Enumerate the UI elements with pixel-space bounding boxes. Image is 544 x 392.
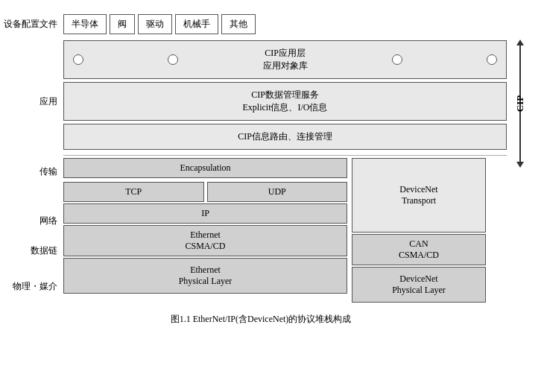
ethernet-physical-line1: Ethernet: [67, 265, 344, 276]
caption: 图1.1 EtherNet/IP(含DeviceNet)的协议堆栈构成: [15, 313, 507, 326]
network-label: 网络: [15, 207, 63, 234]
devicenet-transport-box: DeviceNet Transport: [352, 158, 486, 233]
tcp-udp-row: TCP UDP: [63, 182, 347, 202]
lower-section: 传输 网络 数据链 物理・媒介 Encapsulation TCP UDP IP…: [15, 158, 507, 306]
cip-data-row-wrapper: 应用 CIP数据管理服务 Explicit信息、I/O信息: [15, 82, 507, 121]
can-csma-line1: CAN: [355, 238, 482, 250]
lower-labels: 传输 网络 数据链 物理・媒介: [15, 158, 63, 306]
ip-box: IP: [63, 203, 347, 224]
cip-circles-row: CIP应用层 应用对象库: [67, 45, 503, 74]
devicenet-physical-line1: DeviceNet: [355, 274, 482, 285]
device-box-drive: 驱动: [138, 14, 172, 34]
cip-arrow-col: [486, 158, 507, 306]
separator-line: [63, 155, 507, 156]
devicenet-transport-content: DeviceNet Transport: [399, 184, 437, 206]
cip-routing-box: CIP信息路由、连接管理: [63, 124, 507, 150]
cip-app-line1: CIP应用层: [263, 47, 308, 60]
cip-data-box: CIP数据管理服务 Explicit信息、I/O信息: [63, 82, 507, 121]
tcp-box: TCP: [63, 182, 204, 202]
devices-label: 设备配置文件: [15, 11, 63, 37]
cip-container: CIP: [511, 39, 529, 168]
ethernet-physical-box: Ethernet Physical Layer: [63, 258, 347, 294]
cip-app-empty-label: [15, 40, 63, 79]
device-box-robot: 机械手: [175, 14, 218, 34]
transfer-label: 传输: [15, 158, 63, 185]
separator-spacer: [15, 153, 63, 158]
cip-routing-empty-label: [15, 124, 63, 150]
cip-data-line2: Explicit信息、I/O信息: [67, 101, 503, 114]
device-row-wrapper: 设备配置文件 半导体 阀 驱动 机械手 其他: [15, 11, 507, 37]
right-content-col: DeviceNet Transport CAN CSMA/CD DeviceNe…: [352, 158, 486, 306]
ethernet-csma-box: Ethernet CSMA/CD: [63, 225, 347, 256]
devicenet-transport-line1: DeviceNet: [399, 184, 437, 195]
ethernet-csma-line2: CSMA/CD: [67, 241, 344, 252]
cip-app-row-wrapper: CIP应用层 应用对象库: [15, 40, 507, 79]
separator-row: [15, 153, 507, 158]
ethernet-csma-line1: Ethernet: [67, 230, 344, 241]
circle-2: [168, 54, 178, 65]
cip-app-text: CIP应用层 应用对象库: [263, 47, 308, 72]
application-label: 应用: [15, 82, 63, 121]
cip-routing-row-wrapper: CIP信息路由、连接管理: [15, 124, 507, 150]
transfer-label2: [15, 185, 63, 207]
cip-app-box: CIP应用层 应用对象库: [63, 40, 507, 79]
cip-app-content: CIP应用层 应用对象库: [63, 40, 507, 79]
circle-1: [73, 54, 83, 65]
diagram-wrapper: 设备配置文件 半导体 阀 驱动 机械手 其他 CIP应用层 应用对象库: [15, 11, 529, 326]
device-box-semiconductor: 半导体: [63, 14, 107, 34]
physical-label: 物理・媒介: [15, 267, 63, 306]
can-csma-line2: CSMA/CD: [355, 250, 482, 261]
cip-routing-content: CIP信息路由、连接管理: [63, 124, 507, 150]
cip-app-line2: 应用对象库: [263, 60, 308, 72]
cip-data-line1: CIP数据管理服务: [67, 89, 503, 101]
device-boxes-row: 半导体 阀 驱动 机械手 其他: [63, 11, 256, 37]
cip-text-label: CIP: [514, 95, 526, 112]
device-box-other: 其他: [221, 14, 256, 34]
devices-content: 半导体 阀 驱动 机械手 其他: [63, 11, 507, 37]
datalink-label: 数据链: [15, 234, 63, 267]
circle-4: [487, 54, 497, 65]
devicenet-physical-box: DeviceNet Physical Layer: [352, 267, 486, 303]
device-box-valve: 阀: [110, 14, 135, 34]
devicenet-transport-line2: Transport: [399, 195, 437, 206]
udp-box: UDP: [207, 182, 348, 202]
can-csma-box: CAN CSMA/CD: [352, 234, 486, 265]
devicenet-physical-line2: Physical Layer: [355, 285, 482, 296]
ethernet-physical-line2: Physical Layer: [67, 276, 344, 287]
cip-data-content: CIP数据管理服务 Explicit信息、I/O信息: [63, 82, 507, 121]
encapsulation-box: Encapsulation: [63, 158, 347, 178]
circle-3: [392, 54, 402, 65]
left-content-col: Encapsulation TCP UDP IP Ethernet CSMA/C…: [63, 158, 352, 306]
